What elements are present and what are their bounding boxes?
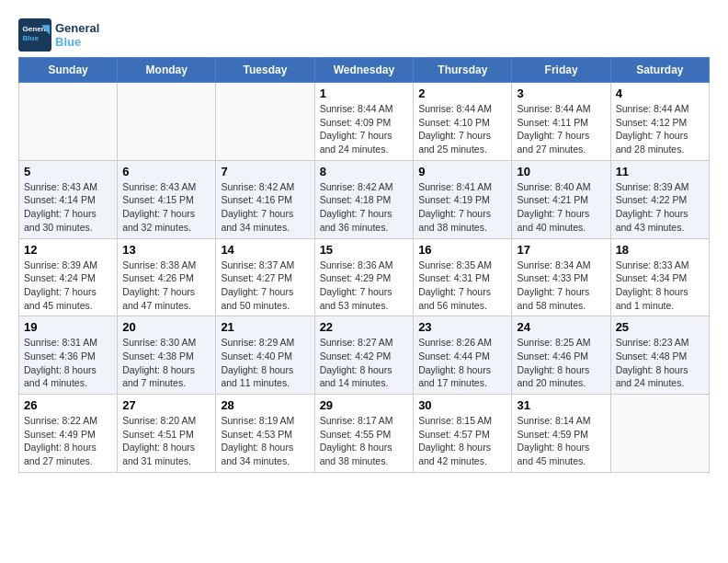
day-info: Sunrise: 8:38 AM Sunset: 4:26 PM Dayligh… — [122, 259, 210, 313]
day-info: Sunrise: 8:44 AM Sunset: 4:12 PM Dayligh… — [616, 102, 704, 156]
calendar-table: SundayMondayTuesdayWednesdayThursdayFrid… — [18, 57, 710, 473]
calendar-cell — [610, 395, 709, 473]
calendar-cell: 6Sunrise: 8:43 AM Sunset: 4:15 PM Daylig… — [118, 160, 216, 238]
col-header-thursday: Thursday — [414, 58, 512, 83]
svg-text:Blue: Blue — [23, 34, 40, 42]
calendar-cell — [19, 83, 118, 161]
day-info: Sunrise: 8:42 AM Sunset: 4:18 PM Dayligh… — [320, 180, 409, 235]
calendar-cell: 2Sunrise: 8:44 AM Sunset: 4:10 PM Daylig… — [414, 83, 512, 161]
calendar-week-row: 12Sunrise: 8:39 AM Sunset: 4:24 PM Dayli… — [19, 238, 710, 316]
calendar-cell: 18Sunrise: 8:33 AM Sunset: 4:34 PM Dayli… — [610, 238, 709, 316]
day-info: Sunrise: 8:35 AM Sunset: 4:31 PM Dayligh… — [418, 259, 506, 313]
calendar-cell: 28Sunrise: 8:19 AM Sunset: 4:53 PM Dayli… — [216, 395, 314, 473]
day-info: Sunrise: 8:25 AM Sunset: 4:46 PM Dayligh… — [517, 336, 605, 390]
day-number: 22 — [320, 320, 409, 334]
day-info: Sunrise: 8:44 AM Sunset: 4:10 PM Dayligh… — [418, 102, 506, 156]
col-header-sunday: Sunday — [19, 58, 118, 83]
day-number: 10 — [517, 165, 605, 178]
calendar-cell: 8Sunrise: 8:42 AM Sunset: 4:18 PM Daylig… — [314, 160, 414, 238]
calendar-cell: 3Sunrise: 8:44 AM Sunset: 4:11 PM Daylig… — [512, 83, 610, 161]
day-number: 27 — [122, 398, 210, 412]
calendar-cell: 24Sunrise: 8:25 AM Sunset: 4:46 PM Dayli… — [512, 316, 610, 395]
calendar-week-row: 1Sunrise: 8:44 AM Sunset: 4:09 PM Daylig… — [19, 83, 710, 161]
day-number: 28 — [221, 398, 309, 412]
day-number: 15 — [320, 243, 409, 257]
calendar-cell: 20Sunrise: 8:30 AM Sunset: 4:38 PM Dayli… — [118, 316, 216, 395]
calendar-cell: 4Sunrise: 8:44 AM Sunset: 4:12 PM Daylig… — [610, 83, 709, 161]
day-number: 8 — [320, 165, 409, 178]
day-info: Sunrise: 8:19 AM Sunset: 4:53 PM Dayligh… — [221, 414, 309, 468]
day-info: Sunrise: 8:15 AM Sunset: 4:57 PM Dayligh… — [418, 414, 506, 468]
day-info: Sunrise: 8:41 AM Sunset: 4:19 PM Dayligh… — [418, 180, 506, 235]
col-header-monday: Monday — [118, 58, 216, 83]
calendar-cell: 27Sunrise: 8:20 AM Sunset: 4:51 PM Dayli… — [118, 395, 216, 473]
day-info: Sunrise: 8:44 AM Sunset: 4:09 PM Dayligh… — [320, 102, 409, 156]
day-info: Sunrise: 8:43 AM Sunset: 4:14 PM Dayligh… — [24, 180, 112, 235]
day-info: Sunrise: 8:33 AM Sunset: 4:34 PM Dayligh… — [616, 259, 704, 313]
day-number: 16 — [418, 243, 506, 257]
day-number: 2 — [418, 86, 506, 100]
calendar-cell: 16Sunrise: 8:35 AM Sunset: 4:31 PM Dayli… — [414, 238, 512, 316]
calendar-cell — [216, 83, 314, 161]
day-number: 14 — [221, 243, 309, 257]
calendar-cell — [118, 83, 216, 161]
day-number: 12 — [24, 243, 112, 257]
day-number: 5 — [24, 165, 112, 178]
calendar-week-row: 19Sunrise: 8:31 AM Sunset: 4:36 PM Dayli… — [19, 316, 710, 395]
day-info: Sunrise: 8:14 AM Sunset: 4:59 PM Dayligh… — [517, 414, 605, 468]
calendar-cell: 23Sunrise: 8:26 AM Sunset: 4:44 PM Dayli… — [414, 316, 512, 395]
calendar-cell: 22Sunrise: 8:27 AM Sunset: 4:42 PM Dayli… — [314, 316, 414, 395]
day-number: 18 — [616, 243, 704, 257]
logo: General Blue General Blue — [18, 18, 99, 52]
calendar-cell: 25Sunrise: 8:23 AM Sunset: 4:48 PM Dayli… — [610, 316, 709, 395]
day-number: 24 — [517, 320, 605, 334]
day-number: 31 — [517, 398, 605, 412]
day-number: 17 — [517, 243, 605, 257]
calendar-cell: 17Sunrise: 8:34 AM Sunset: 4:33 PM Dayli… — [512, 238, 610, 316]
calendar-week-row: 5Sunrise: 8:43 AM Sunset: 4:14 PM Daylig… — [19, 160, 710, 238]
day-info: Sunrise: 8:27 AM Sunset: 4:42 PM Dayligh… — [320, 336, 409, 390]
calendar-cell: 9Sunrise: 8:41 AM Sunset: 4:19 PM Daylig… — [414, 160, 512, 238]
day-info: Sunrise: 8:30 AM Sunset: 4:38 PM Dayligh… — [122, 336, 210, 390]
day-info: Sunrise: 8:39 AM Sunset: 4:22 PM Dayligh… — [616, 180, 704, 235]
day-info: Sunrise: 8:44 AM Sunset: 4:11 PM Dayligh… — [517, 102, 605, 156]
calendar-cell: 10Sunrise: 8:40 AM Sunset: 4:21 PM Dayli… — [512, 160, 610, 238]
day-number: 1 — [320, 86, 409, 100]
col-header-friday: Friday — [512, 58, 610, 83]
day-info: Sunrise: 8:20 AM Sunset: 4:51 PM Dayligh… — [122, 414, 210, 468]
day-info: Sunrise: 8:22 AM Sunset: 4:49 PM Dayligh… — [24, 414, 112, 468]
day-number: 7 — [221, 165, 309, 178]
calendar-cell: 7Sunrise: 8:42 AM Sunset: 4:16 PM Daylig… — [216, 160, 314, 238]
col-header-wednesday: Wednesday — [314, 58, 414, 83]
page-header: General Blue General Blue — [18, 18, 710, 52]
day-info: Sunrise: 8:17 AM Sunset: 4:55 PM Dayligh… — [320, 414, 409, 468]
calendar-cell: 1Sunrise: 8:44 AM Sunset: 4:09 PM Daylig… — [314, 83, 414, 161]
calendar-cell: 15Sunrise: 8:36 AM Sunset: 4:29 PM Dayli… — [314, 238, 414, 316]
day-info: Sunrise: 8:43 AM Sunset: 4:15 PM Dayligh… — [122, 180, 210, 235]
day-number: 25 — [616, 320, 704, 334]
calendar-cell: 26Sunrise: 8:22 AM Sunset: 4:49 PM Dayli… — [19, 395, 118, 473]
day-info: Sunrise: 8:39 AM Sunset: 4:24 PM Dayligh… — [24, 259, 112, 313]
col-header-tuesday: Tuesday — [216, 58, 314, 83]
calendar-week-row: 26Sunrise: 8:22 AM Sunset: 4:49 PM Dayli… — [19, 395, 710, 473]
calendar-cell: 11Sunrise: 8:39 AM Sunset: 4:22 PM Dayli… — [610, 160, 709, 238]
day-number: 20 — [122, 320, 210, 334]
day-number: 19 — [24, 320, 112, 334]
day-info: Sunrise: 8:42 AM Sunset: 4:16 PM Dayligh… — [221, 180, 309, 235]
day-number: 3 — [517, 86, 605, 100]
calendar-cell: 5Sunrise: 8:43 AM Sunset: 4:14 PM Daylig… — [19, 160, 118, 238]
day-info: Sunrise: 8:31 AM Sunset: 4:36 PM Dayligh… — [24, 336, 112, 390]
day-number: 13 — [122, 243, 210, 257]
day-number: 29 — [320, 398, 409, 412]
calendar-cell: 19Sunrise: 8:31 AM Sunset: 4:36 PM Dayli… — [19, 316, 118, 395]
calendar-cell: 29Sunrise: 8:17 AM Sunset: 4:55 PM Dayli… — [314, 395, 414, 473]
calendar-cell: 12Sunrise: 8:39 AM Sunset: 4:24 PM Dayli… — [19, 238, 118, 316]
day-number: 21 — [221, 320, 309, 334]
calendar-cell: 14Sunrise: 8:37 AM Sunset: 4:27 PM Dayli… — [216, 238, 314, 316]
calendar-cell: 13Sunrise: 8:38 AM Sunset: 4:26 PM Dayli… — [118, 238, 216, 316]
day-number: 23 — [418, 320, 506, 334]
col-header-saturday: Saturday — [610, 58, 709, 83]
day-number: 6 — [122, 165, 210, 178]
day-info: Sunrise: 8:29 AM Sunset: 4:40 PM Dayligh… — [221, 336, 309, 390]
day-info: Sunrise: 8:26 AM Sunset: 4:44 PM Dayligh… — [418, 336, 506, 390]
